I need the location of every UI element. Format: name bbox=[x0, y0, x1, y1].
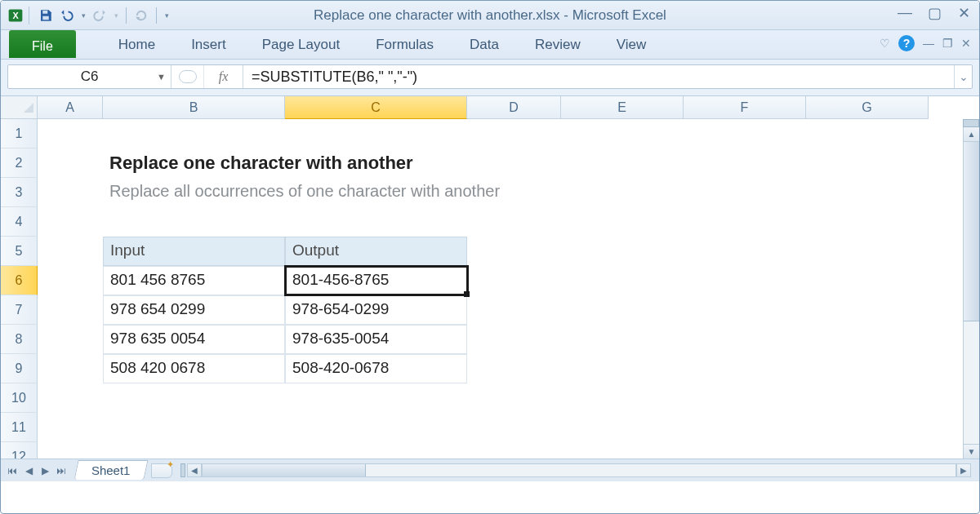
sheet-nav: ⏮ ◀ ▶ ⏭ bbox=[4, 465, 69, 476]
excel-icon: X bbox=[7, 7, 24, 24]
name-box-dropdown-icon[interactable]: ▼ bbox=[157, 72, 166, 82]
quick-access-toolbar: ▾ ▾ ▾ bbox=[36, 7, 172, 24]
save-icon[interactable] bbox=[37, 7, 55, 24]
col-header-b[interactable]: B bbox=[103, 96, 285, 119]
vscroll-thumb[interactable] bbox=[964, 142, 979, 321]
fx-icon[interactable]: fx bbox=[204, 65, 243, 88]
scroll-up-icon[interactable]: ▲ bbox=[964, 127, 979, 142]
cell-c6[interactable]: 801-456-8765 bbox=[285, 266, 467, 295]
qat-sep2 bbox=[156, 7, 157, 24]
sheet-nav-first-icon[interactable]: ⏮ bbox=[4, 465, 20, 476]
formula-bar-area: C6 ▼ fx =SUBSTITUTE(B6," ","-") ⌄ bbox=[1, 60, 979, 96]
maximize-icon[interactable]: ▢ bbox=[925, 4, 943, 22]
tab-review[interactable]: Review bbox=[517, 30, 599, 59]
col-header-e[interactable]: E bbox=[561, 96, 684, 119]
row-header-10[interactable]: 10 bbox=[1, 383, 38, 413]
col-header-c[interactable]: C bbox=[285, 96, 467, 119]
tab-formulas[interactable]: Formulas bbox=[358, 30, 452, 59]
col-header-d[interactable]: D bbox=[467, 96, 561, 119]
row-header-5[interactable]: 5 bbox=[1, 237, 38, 266]
formula-bar: C6 ▼ fx =SUBSTITUTE(B6," ","-") ⌄ bbox=[7, 64, 973, 89]
vertical-scrollbar[interactable]: ▲ ▼ bbox=[963, 127, 979, 459]
svg-text:X: X bbox=[12, 11, 19, 20]
sheet-nav-last-icon[interactable]: ⏭ bbox=[53, 465, 69, 476]
row-header-6[interactable]: 6 bbox=[1, 266, 38, 295]
tab-page-layout[interactable]: Page Layout bbox=[244, 30, 358, 59]
qat-sep bbox=[126, 7, 127, 24]
minimize-icon[interactable]: — bbox=[896, 4, 914, 22]
row-header-4[interactable]: 4 bbox=[1, 207, 38, 237]
sheet-nav-next-icon[interactable]: ▶ bbox=[37, 465, 53, 476]
cell-b5-header[interactable]: Input bbox=[103, 237, 285, 266]
col-header-f[interactable]: F bbox=[684, 96, 806, 119]
scroll-down-icon[interactable]: ▼ bbox=[964, 444, 979, 459]
select-all-corner[interactable] bbox=[1, 96, 38, 119]
sheet-tab-bar: ⏮ ◀ ▶ ⏭ Sheet1 ◀ ▶ bbox=[1, 459, 979, 481]
tab-data[interactable]: Data bbox=[452, 30, 517, 59]
scroll-left-icon[interactable]: ◀ bbox=[187, 463, 202, 477]
cells-area[interactable]: Replace one character with another Repla… bbox=[38, 119, 963, 459]
row-header-3[interactable]: 3 bbox=[1, 178, 38, 207]
qat-separator bbox=[29, 7, 29, 24]
hscroll-thumb[interactable] bbox=[203, 464, 366, 476]
scroll-right-icon[interactable]: ▶ bbox=[956, 463, 971, 477]
sheet-nav-prev-icon[interactable]: ◀ bbox=[20, 465, 37, 476]
workbook-restore-icon[interactable]: ❐ bbox=[942, 37, 953, 50]
cell-c8[interactable]: 978-635-0054 bbox=[285, 325, 467, 354]
cell-b3-subtitle[interactable]: Replace all occurrences of one character… bbox=[103, 178, 506, 201]
sheet-tab-sheet1[interactable]: Sheet1 bbox=[74, 460, 148, 480]
row-header-9[interactable]: 9 bbox=[1, 354, 38, 383]
cell-b2-title[interactable]: Replace one character with another bbox=[103, 148, 420, 174]
row-headers: 1 2 3 4 5 6 7 8 9 10 11 12 bbox=[1, 119, 38, 472]
cell-b6[interactable]: 801 456 8765 bbox=[103, 266, 285, 295]
vertical-split-handle[interactable] bbox=[963, 119, 979, 127]
title-bar: X ▾ ▾ ▾ Replace one character with anoth… bbox=[1, 1, 979, 30]
horizontal-scrollbar[interactable]: ◀ ▶ bbox=[180, 463, 971, 477]
cancel-formula-icon[interactable] bbox=[172, 65, 204, 88]
row-header-2[interactable]: 2 bbox=[1, 148, 38, 178]
col-header-g[interactable]: G bbox=[806, 96, 929, 119]
file-tab[interactable]: File bbox=[9, 30, 76, 58]
formula-input[interactable]: =SUBSTITUTE(B6," ","-") bbox=[243, 69, 954, 86]
undo-dropdown-icon[interactable]: ▾ bbox=[79, 7, 87, 24]
workbook-close-icon[interactable]: ✕ bbox=[961, 37, 971, 50]
workbook-minimize-icon[interactable]: — bbox=[923, 37, 934, 50]
row-header-11[interactable]: 11 bbox=[1, 413, 38, 442]
expand-formula-bar-icon[interactable]: ⌄ bbox=[954, 65, 972, 88]
svg-rect-3 bbox=[42, 16, 49, 20]
redo-icon[interactable] bbox=[91, 7, 109, 24]
ribbon-tabs: File Home Insert Page Layout Formulas Da… bbox=[1, 30, 979, 60]
undo-icon[interactable] bbox=[58, 7, 76, 24]
repeat-icon[interactable] bbox=[132, 7, 150, 24]
row-header-8[interactable]: 8 bbox=[1, 325, 38, 354]
sheet-tab-label: Sheet1 bbox=[91, 463, 131, 477]
tab-insert[interactable]: Insert bbox=[173, 30, 244, 59]
cell-c5-header[interactable]: Output bbox=[285, 237, 467, 266]
cell-b8[interactable]: 978 635 0054 bbox=[103, 325, 285, 354]
new-sheet-icon[interactable] bbox=[151, 463, 172, 478]
svg-rect-2 bbox=[42, 11, 47, 14]
row-header-1[interactable]: 1 bbox=[1, 119, 38, 148]
tab-home[interactable]: Home bbox=[100, 30, 173, 59]
name-box[interactable]: C6 ▼ bbox=[8, 65, 172, 88]
cell-b7[interactable]: 978 654 0299 bbox=[103, 295, 285, 325]
cell-c9[interactable]: 508-420-0678 bbox=[285, 354, 467, 383]
close-icon[interactable]: ✕ bbox=[955, 4, 973, 22]
name-box-value: C6 bbox=[81, 69, 99, 85]
file-tab-label: File bbox=[32, 39, 53, 54]
row-header-7[interactable]: 7 bbox=[1, 295, 38, 325]
help-icon[interactable]: ? bbox=[898, 35, 915, 51]
minimize-ribbon-icon[interactable]: ♡ bbox=[880, 37, 890, 50]
col-header-a[interactable]: A bbox=[38, 96, 103, 119]
column-headers: A B C D E F G bbox=[38, 96, 929, 119]
redo-dropdown-icon[interactable]: ▾ bbox=[112, 7, 120, 24]
horizontal-split-handle[interactable] bbox=[180, 463, 185, 477]
tab-view[interactable]: View bbox=[599, 30, 665, 59]
cell-b9[interactable]: 508 420 0678 bbox=[103, 354, 285, 383]
cell-c7[interactable]: 978-654-0299 bbox=[285, 295, 467, 325]
hscroll-track[interactable] bbox=[202, 463, 956, 477]
worksheet-grid: A B C D E F G 1 2 3 4 5 6 7 8 9 10 11 12… bbox=[1, 96, 979, 481]
qat-customize-icon[interactable]: ▾ bbox=[163, 7, 171, 24]
